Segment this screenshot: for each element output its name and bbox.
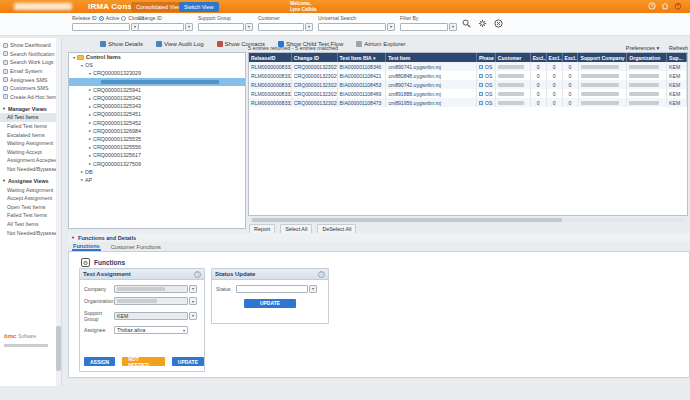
organization-dropdown-button[interactable]: ▾ [189, 297, 197, 305]
change-id-input[interactable] [138, 23, 184, 31]
support-group-dropdown-button[interactable]: ▾ [245, 23, 253, 31]
column-header-excl-[interactable]: Excl... [531, 53, 547, 62]
column-header-excl-[interactable]: Excl... [547, 53, 563, 62]
sidebar-item-waiting-accept[interactable]: Waiting Accept [0, 148, 61, 157]
tree-item-crq000001325617[interactable]: ▸CRQ000001325617 [69, 151, 245, 159]
tree-item-crq000001327509[interactable]: ▸CRQ000001327509 [69, 159, 245, 167]
sidebar-item-waiting-assignment[interactable]: Waiting Assignment [0, 185, 61, 194]
clear-search-icon[interactable] [494, 19, 503, 28]
sidebar-section-manager-views[interactable]: ▼Manager Views [0, 104, 61, 113]
tree-item-crq000001325451[interactable]: ▸CRQ000001325451 [69, 110, 245, 118]
home-icon[interactable] [661, 2, 669, 10]
preferences-menu[interactable]: Preferences ▾ [626, 45, 659, 51]
row-checkbox-icon[interactable] [479, 74, 483, 78]
tree-item-crq000001326984[interactable]: ▸CRQ000001326984 [69, 127, 245, 135]
sidebar-item-search-work-logs[interactable]: Search Work Logs [0, 58, 61, 67]
tree-item-crq000001325342[interactable]: ▸CRQ000001325342 [69, 94, 245, 102]
table-horizontal-scrollbar[interactable] [250, 218, 686, 222]
refresh-button[interactable]: Refresh [669, 45, 688, 51]
sidebar-item-failed-test-items[interactable]: Failed Test Items [0, 211, 61, 220]
sidebar-item-customers-sms[interactable]: Customers SMS [0, 84, 61, 93]
tree-item-crq000001325535[interactable]: ▸CRQ000001325535 [69, 135, 245, 143]
support-group-input[interactable] [198, 23, 244, 31]
status-dropdown-button[interactable]: ▾ [309, 285, 317, 293]
help-icon[interactable]: ? [318, 271, 325, 278]
tree-item-selected[interactable] [69, 78, 245, 86]
sidebar-item-all-test-items[interactable]: All Test Items [0, 220, 61, 229]
sidebar-item-search-notification[interactable]: Search Notification [0, 50, 61, 59]
column-header-sup-[interactable]: Sup... [667, 53, 687, 62]
column-header-organization[interactable]: Organization [627, 53, 667, 62]
column-header-excl-[interactable]: Excl... [563, 53, 579, 62]
support-group-field[interactable]: KEM [114, 312, 188, 320]
column-header-customer[interactable]: Customer [496, 53, 531, 62]
sidebar-scrollbar[interactable] [56, 38, 61, 386]
search-icon[interactable] [462, 19, 471, 28]
universal-search-input[interactable] [318, 23, 386, 31]
support-group-field-dropdown-button[interactable]: ▾ [189, 312, 197, 320]
tree-item-ap[interactable]: ▸AP [69, 176, 245, 184]
sidebar-item-failed-test-items[interactable]: Failed Test Items [0, 122, 61, 131]
column-header-support-company[interactable]: Support Company [578, 53, 627, 62]
help-icon[interactable]: ? [194, 271, 201, 278]
active-radio[interactable] [99, 16, 104, 21]
clock-icon[interactable] [648, 2, 656, 10]
sidebar-item-email-system[interactable]: Email System [0, 67, 61, 76]
release-id-input[interactable] [72, 23, 130, 31]
sidebar-item-open-test-items[interactable]: Open Test Items [0, 203, 61, 212]
power-logout-icon[interactable] [674, 2, 682, 10]
not-needed-button[interactable]: NOT NEEDED [122, 357, 165, 366]
status-field[interactable] [236, 285, 308, 293]
tab-customer-functions[interactable]: Customer Functions [110, 242, 162, 251]
gear-settings-icon[interactable] [478, 19, 487, 28]
change-id-dropdown-button[interactable]: ▾ [185, 23, 193, 31]
table-row[interactable]: RLM000000083321CRQ000001323029BIA0000011… [249, 98, 687, 107]
row-checkbox-icon[interactable] [479, 65, 483, 69]
tree-item-os[interactable]: ▾OS [69, 61, 245, 69]
column-header-test-item[interactable]: Test Item [386, 53, 477, 62]
sidebar-item-all-test-items[interactable]: All Test Items [0, 113, 61, 122]
sidebar-section-assignee-views[interactable]: ▼Assignee Views [0, 176, 61, 185]
table-row[interactable]: RLM000000083321CRQ000001323029BIA0000011… [249, 71, 687, 80]
tree-item-crq000001325556[interactable]: ▸CRQ000001325556 [69, 143, 245, 151]
sidebar-item-show-dashboard[interactable]: Show Dashboard [0, 41, 61, 50]
sidebar-item-assignment-accepted[interactable]: Assignment Accepted [0, 156, 61, 165]
toolbar-button-show-details[interactable]: Show Details [100, 41, 143, 47]
column-header-change-id[interactable]: Change ID [292, 53, 338, 62]
status-update-button[interactable]: UPDATE [244, 299, 296, 308]
organization-field[interactable] [114, 297, 188, 305]
filter-by-input[interactable] [400, 23, 448, 31]
sidebar-item-escalated-items[interactable]: Escalated Items [0, 130, 61, 139]
row-checkbox-icon[interactable] [479, 83, 483, 87]
sidebar-item-create-ad-hoc-item[interactable]: Create Ad-Hoc Item [0, 93, 61, 102]
company-field[interactable] [114, 285, 188, 293]
sidebar-item-waiting-assignment[interactable]: Waiting Assignment [0, 139, 61, 148]
table-row[interactable]: RLM000000083321CRQ000001323029BIA0000011… [249, 80, 687, 89]
functions-and-details-bar[interactable]: ▼ Functions and Details [68, 233, 690, 242]
update-button[interactable]: UPDATE [172, 357, 204, 366]
assign-button[interactable]: ASSIGN [84, 357, 115, 366]
tree-item-crq000001325452[interactable]: ▸CRQ000001325452 [69, 119, 245, 127]
tree-item-crq000001325343[interactable]: ▸CRQ000001325343 [69, 102, 245, 110]
customer-dropdown-button[interactable]: ▾ [305, 23, 313, 31]
table-row[interactable]: RLM000000083321CRQ000001323029BIA0000011… [249, 62, 687, 71]
row-checkbox-icon[interactable] [479, 101, 483, 105]
row-checkbox-icon[interactable] [479, 92, 483, 96]
company-dropdown-button[interactable]: ▾ [189, 285, 197, 293]
sidebar-item-not-needed-bypassed[interactable]: Not Needed/Bypassed [0, 165, 61, 174]
toolbar-button-view-audit-log[interactable]: View Audit Log [156, 41, 204, 47]
column-header-test-item-bia[interactable]: Test Item BIA ▾ [338, 53, 387, 62]
column-header-phase[interactable]: Phase [477, 53, 496, 62]
assignee-combobox[interactable]: Thdtaz.alina ▾ [114, 326, 188, 334]
sidebar-item-assignees-sms[interactable]: Assignees SMS [0, 75, 61, 84]
tree-item-db[interactable]: ▸DB [69, 168, 245, 176]
switch-view-button[interactable]: Switch View [179, 2, 219, 12]
tree-item-control-items[interactable]: ▾Control Items [69, 53, 245, 61]
table-row[interactable]: RLM000000083321CRQ000001323029BIA0000011… [249, 89, 687, 98]
closed-radio[interactable] [121, 16, 126, 21]
sidebar-item-accept-assignment[interactable]: Accept Assignment [0, 194, 61, 203]
customer-input[interactable] [258, 23, 304, 31]
filter-by-dropdown-button[interactable]: ▾ [449, 23, 457, 31]
universal-search-dropdown-button[interactable]: ▾ [387, 23, 395, 31]
tree-item-crq000001323029[interactable]: ▾CRQ000001323029 [69, 69, 245, 77]
